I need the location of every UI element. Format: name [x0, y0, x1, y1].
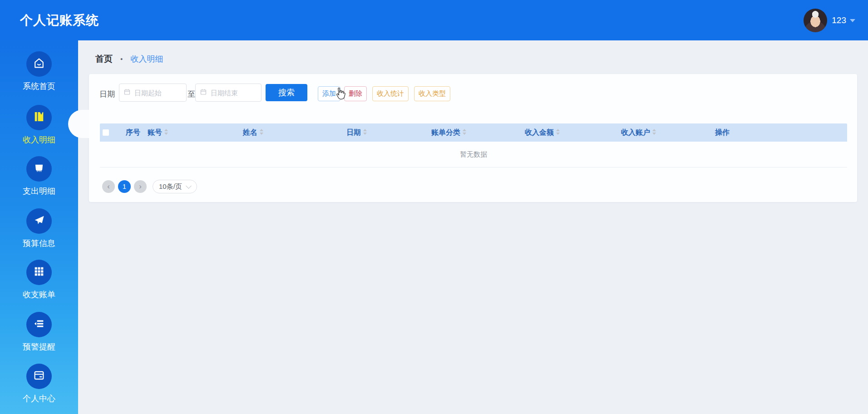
chevron-down-icon	[186, 183, 192, 189]
breadcrumb-current[interactable]: 收入明细	[130, 54, 163, 64]
column-header-label: 账单分类	[431, 128, 460, 136]
sort-icon	[260, 129, 263, 135]
column-header-8[interactable]: 操作	[715, 123, 735, 142]
table-empty-row: 暂无数据	[100, 142, 847, 168]
column-header-1[interactable]: 序号	[126, 123, 146, 142]
date-filter-label: 日期	[99, 89, 115, 99]
sort-icon	[164, 129, 168, 135]
table-header-row: 序号 账号 姓名 日期 账单分类 收入金额	[100, 123, 847, 142]
search-button[interactable]: 搜索	[266, 84, 307, 101]
sidebar-item-label: 个人中心	[0, 393, 78, 404]
breadcrumb: 首页 ● 收入明细	[95, 52, 163, 66]
sort-icon	[652, 129, 656, 135]
column-header-label: 序号	[126, 128, 140, 136]
income-table: 序号 账号 姓名 日期 账单分类 收入金额	[100, 123, 847, 168]
sidebar-item-bubble	[26, 156, 52, 182]
sidebar-item-bubble	[26, 364, 52, 389]
action-button-3[interactable]: 收入统计	[372, 86, 409, 101]
column-header-label: 日期	[346, 128, 361, 136]
bill-card-icon	[32, 369, 46, 384]
page-size-select[interactable]: 10条/页	[153, 180, 197, 193]
sidebar-item-label: 支出明细	[0, 186, 78, 197]
content-card: 日期 至 搜索 添加删除收入统计收入类型	[89, 74, 857, 202]
column-header-7[interactable]: 收入账户	[621, 123, 656, 142]
start-date-field[interactable]	[133, 89, 181, 97]
sidebar-item-3[interactable]: 支出明细	[0, 156, 78, 197]
sidebar: 系统首页 收入明细 支出明细 预算信息	[0, 40, 78, 414]
column-header-4[interactable]: 日期	[346, 123, 367, 142]
column-header-label: 姓名	[243, 128, 257, 136]
column-header-2[interactable]: 账号	[148, 123, 168, 142]
breadcrumb-separator-icon: ●	[120, 57, 123, 61]
calendar-icon	[200, 89, 207, 97]
column-header-6[interactable]: 收入金额	[525, 123, 560, 142]
pagination: ‹ 1 › 10条/页	[102, 180, 197, 193]
select-all-checkbox[interactable]	[103, 129, 109, 136]
date-range-to-label: 至	[187, 89, 195, 99]
column-header-label: 账号	[148, 128, 162, 136]
sidebar-item-bubble	[26, 105, 52, 130]
home-icon	[32, 56, 46, 72]
app-root: 个人记账系统 123 系统首页 收入明细	[0, 0, 868, 414]
empty-state-text: 暂无数据	[460, 150, 487, 159]
sidebar-item-label: 系统首页	[0, 81, 78, 92]
sidebar-item-bubble	[26, 312, 52, 337]
start-date-input[interactable]	[119, 84, 187, 102]
chevron-down-icon	[850, 19, 855, 22]
user-menu[interactable]: 123	[804, 9, 855, 32]
end-date-input[interactable]	[195, 84, 261, 102]
sidebar-item-bubble	[26, 260, 52, 285]
sort-icon	[556, 129, 560, 135]
sidebar-item-label: 收入明细	[0, 134, 78, 145]
column-header-label: 操作	[715, 128, 730, 136]
paper-plane-icon	[32, 213, 46, 229]
page-size-value: 10条/页	[159, 182, 182, 191]
sort-icon	[463, 129, 466, 135]
column-header-3[interactable]: 姓名	[243, 123, 263, 142]
sidebar-item-bubble	[26, 208, 52, 234]
grid-icon	[33, 265, 45, 280]
action-button-1[interactable]: 添加	[318, 86, 340, 101]
username: 123	[832, 15, 846, 25]
sidebar-item-4[interactable]: 预算信息	[0, 208, 78, 249]
sidebar-item-1[interactable]: 系统首页	[0, 51, 78, 92]
action-button-2[interactable]: 删除	[344, 86, 367, 101]
sidebar-item-2[interactable]: 收入明细	[0, 105, 78, 145]
app-title: 个人记账系统	[20, 12, 99, 29]
sidebar-item-6[interactable]: 预警提醒	[0, 312, 78, 352]
prev-page-button[interactable]: ‹	[102, 180, 115, 193]
page-1-button[interactable]: 1	[118, 180, 131, 193]
action-buttons: 添加删除收入统计收入类型	[318, 86, 454, 101]
column-header-label: 收入金额	[525, 128, 554, 136]
wallet-icon	[32, 161, 46, 177]
sidebar-item-label: 收支账单	[0, 289, 78, 300]
sidebar-item-label: 预算信息	[0, 238, 78, 249]
end-date-field[interactable]	[210, 89, 257, 97]
next-page-button[interactable]: ›	[134, 180, 147, 193]
column-header-5[interactable]: 账单分类	[431, 123, 466, 142]
sidebar-item-7[interactable]: 个人中心	[0, 364, 78, 404]
sort-icon	[363, 129, 367, 135]
breadcrumb-home[interactable]: 首页	[95, 53, 113, 65]
user-avatar[interactable]	[804, 9, 827, 32]
list-arrow-icon	[32, 317, 46, 332]
column-header-label: 收入账户	[621, 128, 650, 136]
sidebar-item-5[interactable]: 收支账单	[0, 260, 78, 300]
sidebar-item-bubble	[26, 51, 52, 77]
sidebar-item-label: 预警提醒	[0, 341, 78, 352]
ledger-icon	[32, 110, 46, 125]
calendar-icon	[124, 89, 130, 97]
app-header: 个人记账系统 123	[0, 0, 868, 40]
action-button-4[interactable]: 收入类型	[414, 86, 450, 101]
main-content: 首页 ● 收入明细 日期 至 搜索 添加删除收入统计收	[78, 40, 868, 414]
